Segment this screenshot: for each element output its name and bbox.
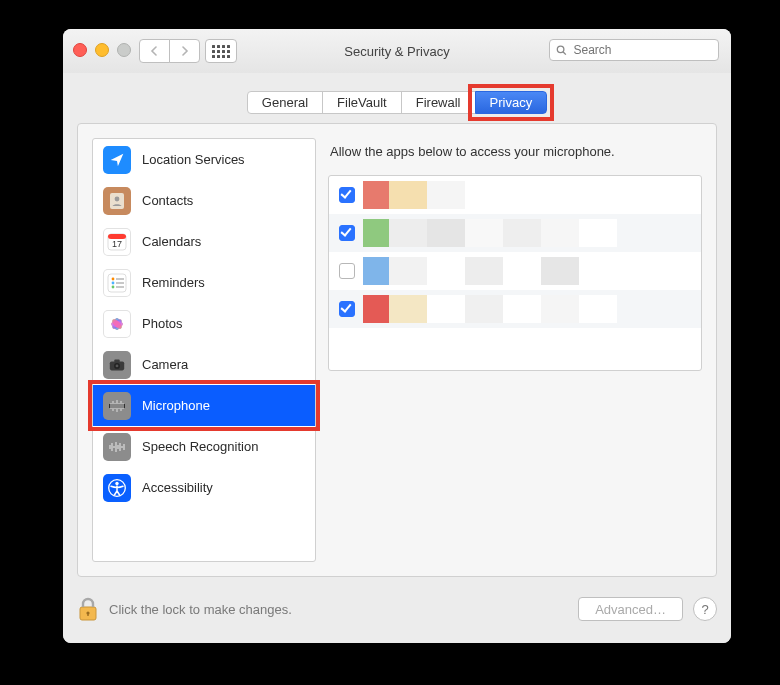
svg-line-1 bbox=[563, 52, 566, 55]
sidebar-item-label: Camera bbox=[142, 357, 188, 372]
sidebar-item-label: Accessibility bbox=[142, 480, 213, 495]
sidebar-item-label: Speech Recognition bbox=[142, 439, 258, 454]
lock-hint-text: Click the lock to make changes. bbox=[109, 602, 292, 617]
svg-rect-25 bbox=[114, 359, 119, 362]
search-field[interactable] bbox=[549, 39, 719, 61]
tab-firewall[interactable]: Firewall bbox=[401, 91, 476, 114]
svg-text:17: 17 bbox=[112, 239, 122, 249]
svg-rect-9 bbox=[116, 278, 124, 280]
sidebar-item-label: Location Services bbox=[142, 152, 245, 167]
tab-privacy[interactable]: Privacy bbox=[475, 91, 548, 114]
zoom-window-button[interactable] bbox=[117, 43, 131, 57]
app-permissions-area: Allow the apps below to access your micr… bbox=[328, 138, 702, 562]
sidebar-item-label: Contacts bbox=[142, 193, 193, 208]
grid-icon bbox=[212, 45, 230, 58]
sidebar-item-microphone[interactable]: Microphone bbox=[93, 385, 315, 426]
app-list[interactable] bbox=[328, 175, 702, 371]
preferences-window: Security & Privacy GeneralFileVaultFirew… bbox=[63, 29, 731, 643]
reminders-icon bbox=[103, 269, 131, 297]
accessibility-icon bbox=[103, 474, 131, 502]
svg-point-46 bbox=[115, 481, 118, 484]
app-row[interactable] bbox=[329, 290, 701, 328]
svg-rect-11 bbox=[116, 282, 124, 284]
close-window-button[interactable] bbox=[73, 43, 87, 57]
sidebar-item-reminders[interactable]: Reminders bbox=[93, 262, 315, 303]
forward-button[interactable] bbox=[169, 39, 200, 63]
nav-back-forward bbox=[139, 39, 200, 63]
sidebar-item-calendars[interactable]: 17Calendars bbox=[93, 221, 315, 262]
sidebar-item-photos[interactable]: Photos bbox=[93, 303, 315, 344]
window-controls bbox=[73, 43, 131, 57]
contacts-icon bbox=[103, 187, 131, 215]
sidebar-item-label: Photos bbox=[142, 316, 182, 331]
tab-general[interactable]: General bbox=[247, 91, 323, 114]
microphone-icon bbox=[103, 392, 131, 420]
tab-bar: GeneralFileVaultFirewallPrivacy bbox=[63, 91, 731, 114]
app-row[interactable] bbox=[329, 214, 701, 252]
titlebar: Security & Privacy bbox=[63, 29, 731, 74]
sidebar-item-contacts[interactable]: Contacts bbox=[93, 180, 315, 221]
app-name-redacted bbox=[363, 219, 691, 247]
app-name-redacted bbox=[363, 295, 691, 323]
sidebar-item-label: Calendars bbox=[142, 234, 201, 249]
waveform-icon bbox=[103, 433, 131, 461]
sidebar-item-speech[interactable]: Speech Recognition bbox=[93, 426, 315, 467]
svg-rect-13 bbox=[116, 286, 124, 288]
sidebar-item-location[interactable]: Location Services bbox=[93, 139, 315, 180]
content-area: GeneralFileVaultFirewallPrivacy Location… bbox=[63, 73, 731, 643]
app-name-redacted bbox=[363, 257, 691, 285]
calendar-icon: 17 bbox=[103, 228, 131, 256]
search-input[interactable] bbox=[572, 42, 713, 58]
sidebar-item-label: Reminders bbox=[142, 275, 205, 290]
app-row[interactable] bbox=[329, 252, 701, 290]
footer: Click the lock to make changes. Advanced… bbox=[77, 585, 717, 633]
lock-icon[interactable] bbox=[77, 596, 99, 622]
advanced-button[interactable]: Advanced… bbox=[578, 597, 683, 621]
sidebar-item-camera[interactable]: Camera bbox=[93, 344, 315, 385]
sidebar-item-label: Microphone bbox=[142, 398, 210, 413]
help-button[interactable]: ? bbox=[693, 597, 717, 621]
sidebar-item-accessibility[interactable]: Accessibility bbox=[93, 467, 315, 508]
app-row[interactable] bbox=[329, 176, 701, 214]
svg-point-12 bbox=[112, 285, 115, 288]
app-permission-checkbox[interactable] bbox=[339, 225, 355, 241]
tab-filevault[interactable]: FileVault bbox=[322, 91, 402, 114]
back-button[interactable] bbox=[139, 39, 170, 63]
search-icon bbox=[556, 44, 567, 56]
svg-point-10 bbox=[112, 281, 115, 284]
chevron-left-icon bbox=[150, 46, 159, 56]
photos-icon bbox=[103, 310, 131, 338]
svg-point-3 bbox=[115, 196, 120, 201]
app-permission-checkbox[interactable] bbox=[339, 187, 355, 203]
svg-point-8 bbox=[112, 277, 115, 280]
app-permission-checkbox[interactable] bbox=[339, 301, 355, 317]
svg-point-0 bbox=[557, 46, 564, 53]
permissions-description: Allow the apps below to access your micr… bbox=[330, 144, 700, 159]
svg-point-27 bbox=[116, 364, 119, 367]
chevron-right-icon bbox=[180, 46, 189, 56]
svg-rect-49 bbox=[87, 613, 88, 616]
minimize-window-button[interactable] bbox=[95, 43, 109, 57]
privacy-pane: Location ServicesContacts17CalendarsRemi… bbox=[77, 123, 717, 577]
show-all-button[interactable] bbox=[205, 39, 237, 63]
location-arrow-icon bbox=[103, 146, 131, 174]
camera-icon bbox=[103, 351, 131, 379]
app-name-redacted bbox=[363, 181, 691, 209]
app-permission-checkbox[interactable] bbox=[339, 263, 355, 279]
privacy-category-list[interactable]: Location ServicesContacts17CalendarsRemi… bbox=[92, 138, 316, 562]
